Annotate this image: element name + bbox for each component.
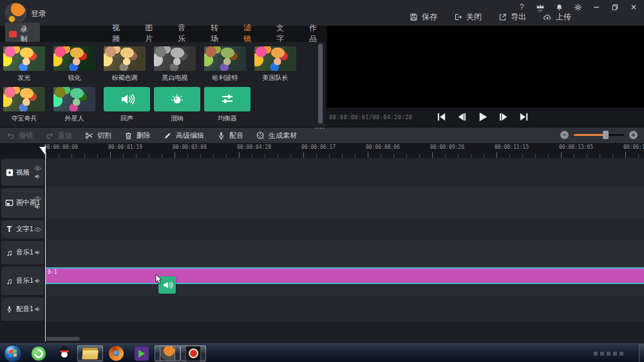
knob-icon xyxy=(154,87,200,111)
maximize-icon[interactable] xyxy=(609,2,621,12)
system-tray[interactable] xyxy=(594,352,625,356)
zoom-slider-handle[interactable] xyxy=(603,131,609,139)
show-desktop-button[interactable] xyxy=(639,344,644,362)
window-controls: ? VIP xyxy=(515,2,640,12)
film-reel-icon xyxy=(256,131,265,140)
audio-effect-equalizer[interactable]: 均衡器 xyxy=(204,87,251,123)
filter-item-sharpen[interactable]: 锐化 xyxy=(53,46,95,82)
track-lane-music-1[interactable] xyxy=(46,240,644,265)
cloud-upload-icon xyxy=(543,13,552,21)
undo-label: 撤销 xyxy=(19,131,33,140)
redo-button[interactable]: 重做 xyxy=(46,131,72,140)
filter-item-alien[interactable]: 外星人 xyxy=(53,87,95,123)
taskbar-qq[interactable] xyxy=(52,345,77,362)
music-note-icon: ♫ xyxy=(5,249,14,257)
export-button[interactable]: 导出 xyxy=(498,12,526,23)
ruler-label: 00:00:13:05 xyxy=(559,144,593,150)
taskbar-firefox[interactable] xyxy=(103,345,129,362)
track-header-music-2[interactable]: ♫ 音乐1 xyxy=(1,267,44,295)
undo-button[interactable]: 撤销 xyxy=(6,131,33,140)
export-icon xyxy=(498,13,507,21)
upload-button[interactable]: 上传 xyxy=(543,12,571,23)
step-forward-icon[interactable] xyxy=(497,110,509,123)
cut-button[interactable]: 切割 xyxy=(85,131,111,140)
taskbar-video-editor[interactable] xyxy=(155,345,180,361)
video-editor-icon xyxy=(160,346,175,361)
gear-icon[interactable] xyxy=(571,2,584,12)
audio-clip[interactable]: 0-1 xyxy=(46,267,644,284)
filters-scrollbar[interactable] xyxy=(318,44,323,124)
filter-item-sepia[interactable]: 棕褐色调 xyxy=(104,46,146,82)
video-preview-screen[interactable] xyxy=(327,26,644,108)
visibility-eye-icon[interactable] xyxy=(34,227,41,233)
track-header-video[interactable]: 视频 xyxy=(1,159,44,186)
track-header-voiceover[interactable]: 配音1 xyxy=(1,298,44,321)
visibility-eye-icon[interactable] xyxy=(34,196,41,202)
login-button[interactable]: 登录 xyxy=(31,8,46,19)
ruler-label: 00:00:06:17 xyxy=(301,144,336,150)
delete-label: 删除 xyxy=(137,131,151,140)
filter-label: 黑白电视 xyxy=(154,73,196,82)
close-window-icon[interactable] xyxy=(627,2,640,12)
filter-item-bw-tv[interactable]: 黑白电视 xyxy=(154,46,196,82)
bell-icon[interactable] xyxy=(553,2,565,12)
ruler-label: 00:00:11:15 xyxy=(495,144,529,150)
mute-speaker-icon[interactable] xyxy=(34,249,41,256)
track-header-pip[interactable]: 画中画1 xyxy=(1,188,44,218)
advanced-edit-button[interactable]: 高级编辑 xyxy=(164,131,204,140)
visibility-eye-icon[interactable] xyxy=(34,166,41,171)
vip-crown-icon[interactable]: VIP xyxy=(534,2,547,12)
playhead-flag-icon[interactable] xyxy=(39,147,45,155)
jump-end-icon[interactable] xyxy=(517,110,530,123)
qq-penguin-icon xyxy=(58,346,71,361)
play-icon[interactable] xyxy=(476,110,489,123)
mouse-cursor-icon xyxy=(155,274,163,285)
track-lane-pip[interactable] xyxy=(46,187,644,219)
filter-item-glow[interactable]: 发光 xyxy=(3,46,45,82)
user-avatar[interactable] xyxy=(5,3,26,24)
dub-button[interactable]: 配音 xyxy=(217,131,243,140)
audio-effect-echo[interactable]: 回声 xyxy=(104,87,150,123)
ruler-label: 00:00:09:26 xyxy=(430,144,464,150)
track-lane-video[interactable] xyxy=(46,158,644,187)
close-project-button[interactable]: 关闭 xyxy=(454,12,482,23)
playhead[interactable] xyxy=(45,146,46,341)
help-icon[interactable]: ? xyxy=(515,2,528,12)
track-label: 音乐1 xyxy=(16,248,33,257)
mute-speaker-icon[interactable] xyxy=(34,173,41,180)
timeline-ruler[interactable]: 00:00:00:00 00:00:01:19 00:00:03:08 00:0… xyxy=(0,143,644,158)
minimize-icon[interactable] xyxy=(590,2,603,12)
mute-speaker-icon[interactable] xyxy=(34,204,41,210)
taskbar-screen-recorder[interactable] xyxy=(180,345,206,361)
zoom-in-icon[interactable]: + xyxy=(629,131,638,139)
track-lane-voiceover[interactable] xyxy=(46,296,644,322)
filter-item-raiders[interactable]: 夺宝奇兵 xyxy=(3,87,45,123)
timeline-horizontal-scrollbar[interactable] xyxy=(46,337,80,341)
save-button[interactable]: 保存 xyxy=(410,12,437,23)
firefox-icon xyxy=(109,346,124,361)
zoom-slider[interactable] xyxy=(574,134,624,136)
jump-start-icon[interactable] xyxy=(435,110,448,123)
start-button[interactable] xyxy=(0,345,26,362)
track-lane-text[interactable] xyxy=(46,219,644,240)
generate-material-button[interactable]: 生成素材 xyxy=(256,131,297,140)
mic-track-icon xyxy=(5,305,14,313)
delete-button[interactable]: 删除 xyxy=(124,131,151,140)
panel-splitter-grip[interactable] xyxy=(315,128,316,129)
mute-speaker-icon[interactable] xyxy=(34,306,41,312)
zoom-out-icon[interactable]: − xyxy=(560,131,569,139)
track-header-text[interactable]: T 文字1 xyxy=(1,220,44,238)
folder-icon xyxy=(82,348,98,359)
filter-item-captain-america[interactable]: 美国队长 xyxy=(254,46,296,82)
mute-speaker-icon[interactable] xyxy=(34,278,41,284)
filter-thumbnail xyxy=(104,46,146,71)
track-header-music-1[interactable]: ♫ 音乐1 xyxy=(1,241,44,264)
pencil-icon xyxy=(164,131,172,140)
filter-item-harry-potter[interactable]: 哈利波特 xyxy=(204,46,246,82)
timeline-tracks: 视频 画中画1 xyxy=(0,158,644,343)
taskbar-file-explorer[interactable] xyxy=(77,345,103,361)
audio-effect-reverb[interactable]: 混响 xyxy=(154,87,200,123)
taskbar-media-player[interactable] xyxy=(129,345,155,362)
step-back-icon[interactable] xyxy=(455,110,468,123)
taskbar-browser-360[interactable] xyxy=(26,345,52,362)
